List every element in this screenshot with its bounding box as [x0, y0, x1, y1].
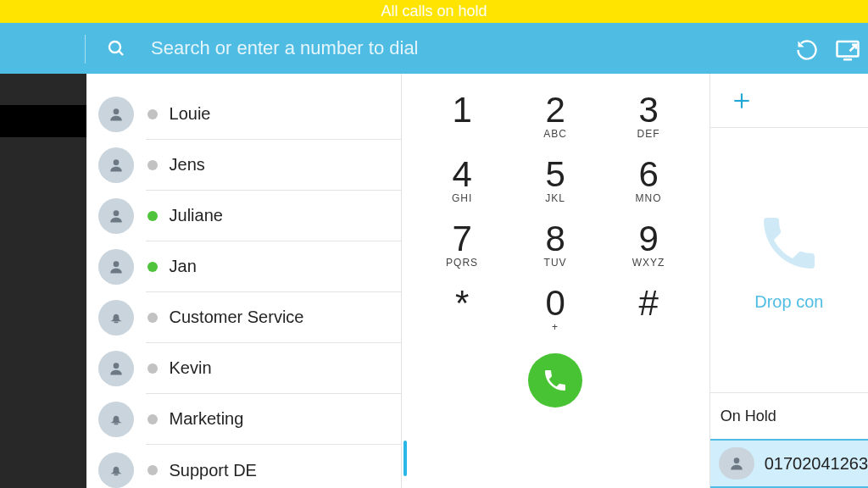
contact-row[interactable]: Jens [86, 140, 401, 191]
bell-icon [98, 300, 134, 336]
dial-key-digit: 3 [638, 92, 658, 128]
svg-point-8 [113, 261, 119, 267]
transfer-to-screen-icon[interactable] [831, 33, 865, 67]
contact-row[interactable]: Customer Service [86, 292, 401, 343]
contact-name: Jan [170, 257, 197, 276]
dial-key-digit: 8 [545, 221, 565, 257]
dial-key-1[interactable]: 1 [415, 92, 509, 157]
presence-dot [147, 160, 158, 170]
dial-key-*[interactable]: * [415, 286, 509, 350]
person-icon [98, 97, 134, 132]
contact-row[interactable]: Juliane [86, 191, 401, 241]
contact-name: Juliane [170, 206, 223, 225]
person-icon [98, 198, 134, 234]
dial-key-digit: 1 [452, 92, 471, 128]
contact-name: Support DE [170, 461, 257, 480]
dial-key-digit: 0 [545, 286, 565, 321]
avatar [719, 447, 754, 480]
dialpad-active-marker [403, 441, 407, 476]
retry-icon[interactable] [790, 33, 824, 67]
contact-name: Jens [170, 155, 205, 175]
person-icon [98, 351, 134, 386]
presence-dot [147, 414, 158, 424]
dial-key-letters: + [552, 321, 559, 333]
dial-key-0[interactable]: 0+ [509, 286, 602, 350]
dial-key-letters: WXYZ [632, 257, 665, 269]
svg-point-7 [113, 210, 119, 216]
dial-key-letters: MNO [636, 192, 662, 204]
svg-line-1 [119, 51, 123, 55]
dial-key-digit: 7 [452, 221, 471, 257]
contact-row[interactable]: Kevin [86, 343, 401, 394]
dial-key-digit: 9 [638, 221, 658, 257]
presence-dot [147, 262, 158, 272]
dial-key-6[interactable]: 6MNO [602, 157, 695, 221]
presence-dot [147, 313, 158, 323]
svg-point-5 [113, 108, 119, 114]
svg-point-6 [113, 159, 119, 165]
svg-rect-11 [114, 424, 118, 425]
presence-dot [147, 109, 158, 119]
presence-dot [147, 363, 158, 374]
dial-key-digit: 6 [638, 157, 658, 192]
presence-dot [147, 211, 158, 221]
svg-rect-12 [114, 474, 118, 476]
dialpad: 12ABC3DEF4GHI5JKL6MNO7PQRS8TUV9WXYZ*0+# [401, 74, 709, 488]
add-call-row [710, 74, 868, 128]
presence-dot [147, 465, 158, 475]
header-separator [85, 35, 86, 64]
drop-zone[interactable]: Drop con [710, 128, 868, 393]
dial-key-4[interactable]: 4GHI [415, 157, 509, 221]
dial-key-3[interactable]: 3DEF [602, 92, 695, 157]
onhold-header: On Hold [710, 393, 868, 439]
contact-row[interactable]: Louie [86, 89, 401, 140]
dial-key-digit: # [638, 286, 658, 321]
dial-key-letters: ABC [543, 128, 567, 140]
svg-point-0 [109, 42, 120, 53]
search-icon[interactable] [106, 38, 126, 58]
contact-row[interactable]: Support DE [86, 445, 401, 488]
contact-name: Kevin [170, 358, 212, 378]
contact-name: Customer Service [170, 308, 304, 327]
dial-key-letters: JKL [545, 192, 565, 204]
contact-name: Marketing [170, 409, 244, 429]
onhold-call-row[interactable]: 01702041263 [710, 439, 868, 488]
dial-key-digit: 4 [452, 157, 471, 192]
person-icon [98, 249, 134, 285]
drop-zone-label: Drop con [754, 292, 823, 312]
dial-key-#[interactable]: # [602, 286, 695, 350]
hold-banner: All calls on hold [0, 0, 868, 23]
dial-key-8[interactable]: 8TUV [509, 221, 602, 286]
svg-point-15 [733, 458, 739, 463]
svg-point-10 [113, 363, 119, 369]
dial-key-letters: TUV [544, 257, 567, 269]
search-input[interactable] [151, 30, 766, 67]
svg-rect-9 [114, 322, 118, 324]
contact-name: Louie [170, 104, 211, 124]
dial-key-digit: 5 [545, 157, 565, 192]
dial-key-letters: GHI [452, 192, 472, 204]
dial-key-5[interactable]: 5JKL [509, 157, 602, 221]
bell-icon [98, 452, 134, 488]
nav-rail-selection [0, 105, 86, 137]
dial-key-9[interactable]: 9WXYZ [602, 221, 695, 286]
call-panel: Drop con On Hold 01702041263 [709, 74, 868, 488]
dial-key-7[interactable]: 7PQRS [415, 221, 509, 286]
dial-key-letters: DEF [637, 128, 660, 140]
dial-key-letters: PQRS [446, 257, 478, 269]
nav-rail [0, 74, 86, 488]
dial-key-digit: 2 [545, 92, 565, 128]
onhold-header-text: On Hold [721, 408, 776, 425]
dial-key-digit: * [455, 286, 469, 321]
app-header [0, 23, 868, 74]
call-button[interactable] [528, 353, 582, 408]
contact-row[interactable]: Marketing [86, 394, 401, 445]
contact-row[interactable]: Jan [86, 241, 401, 292]
hold-banner-text: All calls on hold [381, 3, 487, 20]
onhold-call-number: 01702041263 [765, 454, 868, 474]
person-icon [98, 147, 134, 183]
add-call-icon[interactable] [731, 90, 753, 112]
dial-key-2[interactable]: 2ABC [509, 92, 602, 157]
bell-icon [98, 402, 134, 437]
contacts-list: LouieJensJulianeJanCustomer ServiceKevin… [86, 74, 401, 488]
